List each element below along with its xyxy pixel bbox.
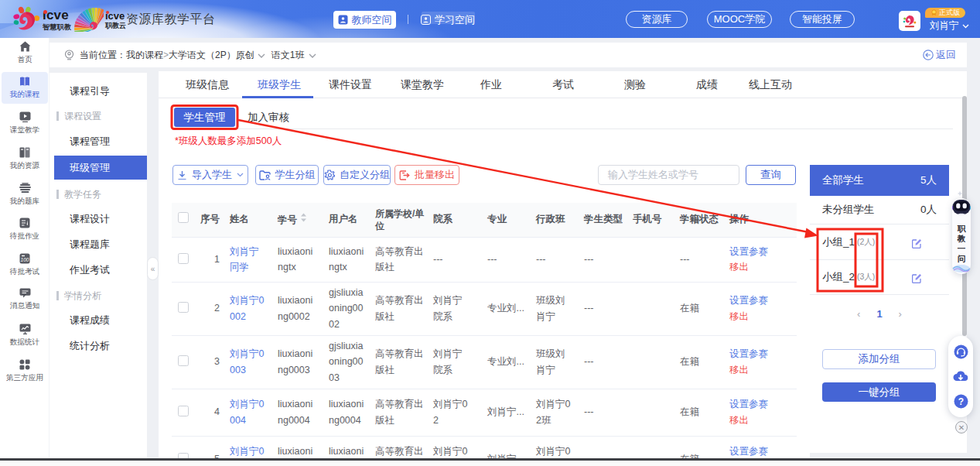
svg-text:?: ? [958,396,963,407]
svg-text:100: 100 [21,257,29,262]
